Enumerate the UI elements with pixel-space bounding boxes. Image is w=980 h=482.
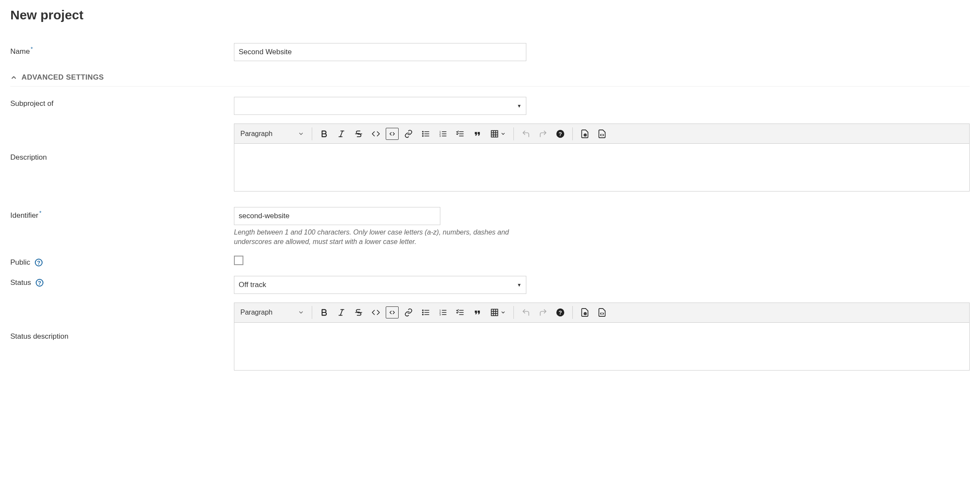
task-list-button[interactable] [453,127,467,141]
caret-down-icon: ▼ [517,282,522,287]
numbered-list-button[interactable]: 123 [436,127,450,141]
advanced-settings-toggle[interactable]: ADVANCED SETTINGS [10,70,970,87]
task-list-button[interactable] [453,305,467,320]
bullet-list-button[interactable] [418,127,433,141]
paragraph-select[interactable]: Paragraph [236,305,308,320]
chevron-down-icon [298,131,304,137]
code-block-button[interactable] [386,128,399,140]
svg-text:3: 3 [439,313,441,316]
identifier-label: Identifier* [10,207,234,247]
preview-button[interactable] [578,127,592,141]
svg-text:3: 3 [439,134,441,137]
help-icon[interactable]: ? [35,259,43,266]
description-textarea[interactable] [234,144,969,191]
link-button[interactable] [401,305,416,320]
public-checkbox[interactable] [234,256,243,265]
caret-down-icon: ▼ [517,103,522,108]
svg-line-30 [341,310,343,315]
svg-rect-19 [492,130,498,137]
svg-point-9 [422,136,423,136]
italic-button[interactable] [334,127,349,141]
bold-button[interactable] [317,305,332,320]
svg-point-36 [422,312,423,313]
status-description-editor: Paragraph 123 [234,303,970,371]
description-editor: Paragraph 123 [234,124,970,192]
help-icon[interactable]: ? [36,279,43,287]
name-label: Name* [10,43,234,61]
source-button[interactable] [595,305,609,320]
blockquote-button[interactable] [470,127,485,141]
link-button[interactable] [401,127,416,141]
blockquote-button[interactable] [470,305,485,320]
strikethrough-button[interactable] [351,127,366,141]
code-button[interactable] [369,305,383,320]
editor-toolbar: Paragraph 123 [234,303,969,323]
page-title: New project [10,8,970,22]
table-button[interactable] [487,305,509,320]
undo-button[interactable] [519,127,533,141]
help-button[interactable]: ? [553,127,568,141]
numbered-list-button[interactable]: 123 [436,305,450,320]
italic-button[interactable] [334,305,349,320]
identifier-input[interactable] [234,207,440,225]
identifier-hint: Length between 1 and 100 characters. Onl… [234,228,509,247]
svg-point-35 [422,310,423,311]
public-label: Public ? [10,256,234,267]
status-description-label: Status description [10,332,234,341]
description-label: Description [10,153,234,162]
editor-toolbar: Paragraph 123 [234,124,969,144]
advanced-settings-label: ADVANCED SETTINGS [22,73,104,82]
svg-text:?: ? [559,130,562,137]
svg-point-7 [422,131,423,132]
name-input[interactable] [234,43,526,61]
paragraph-select[interactable]: Paragraph [236,127,308,141]
strikethrough-button[interactable] [351,305,366,320]
redo-button[interactable] [536,127,550,141]
chevron-up-icon [10,74,17,81]
subproject-label: Subproject of [10,97,234,115]
subproject-select[interactable]: ▼ [234,97,526,115]
status-select[interactable]: Off track ▼ [234,276,526,294]
svg-point-27 [585,134,586,135]
required-asterisk: * [31,46,33,52]
undo-button[interactable] [519,305,533,320]
source-button[interactable] [595,127,609,141]
redo-button[interactable] [536,305,550,320]
bullet-list-button[interactable] [418,305,433,320]
svg-text:?: ? [559,309,562,316]
help-button[interactable]: ? [553,305,568,320]
svg-rect-47 [492,309,498,316]
svg-point-8 [422,133,423,134]
chevron-down-icon [298,309,304,315]
svg-point-55 [585,313,586,314]
status-description-textarea[interactable] [234,323,969,370]
required-asterisk: * [39,210,41,216]
code-button[interactable] [369,127,383,141]
table-button[interactable] [487,127,509,141]
svg-line-2 [341,131,343,136]
svg-point-37 [422,314,423,315]
status-label: Status ? [10,276,234,294]
bold-button[interactable] [317,127,332,141]
code-block-button[interactable] [386,306,399,318]
preview-button[interactable] [578,305,592,320]
